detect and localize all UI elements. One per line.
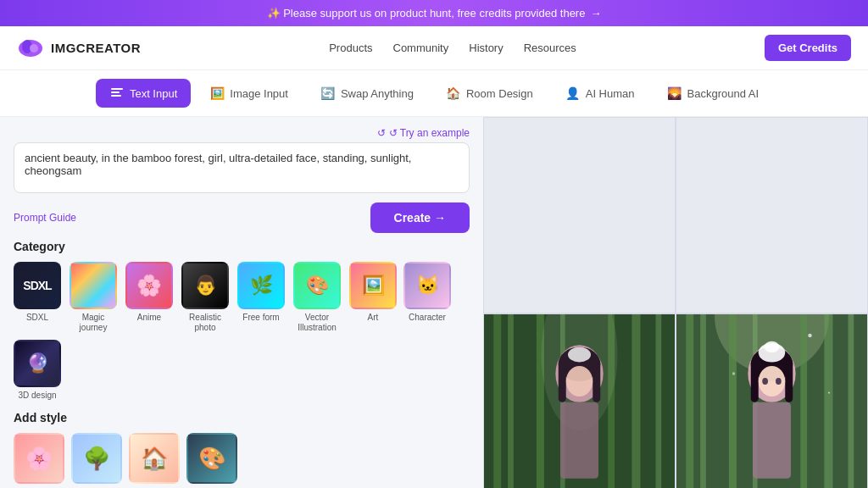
category-sdxl-thumb: SDXL xyxy=(14,262,61,309)
output-top-left xyxy=(483,117,676,313)
svg-rect-29 xyxy=(824,314,832,488)
svg-point-43 xyxy=(828,391,830,393)
svg-rect-24 xyxy=(686,314,693,488)
category-free-form[interactable]: 🌿 Free form xyxy=(237,262,285,333)
svg-rect-28 xyxy=(800,314,807,488)
try-example-link[interactable]: ↺ ↺ Try an example xyxy=(14,127,470,139)
category-free-label: Free form xyxy=(242,313,279,323)
svg-rect-18 xyxy=(559,359,566,402)
tab-room-design[interactable]: 🏠 Room Design xyxy=(432,79,547,108)
banner-text: ✨ Please support us on product hunt, fre… xyxy=(267,7,586,19)
category-3d-thumb: 🔮 xyxy=(14,340,61,387)
svg-point-21 xyxy=(568,347,591,363)
top-banner[interactable]: ✨ Please support us on product hunt, fre… xyxy=(0,0,868,26)
main-layout: ↺ ↺ Try an example Prompt Guide Create →… xyxy=(0,117,868,488)
category-realistic-thumb: 👨 xyxy=(181,262,229,309)
prompt-guide-link[interactable]: Prompt Guide xyxy=(14,212,76,224)
add-style-section: Add style 🌸 Anime 🌳 Photo 🏠 xyxy=(14,411,470,488)
category-realistic[interactable]: 👨 Realistic photo xyxy=(180,262,231,333)
category-3d-label: 3D design xyxy=(18,391,56,401)
tab-ai-human-label: AI Human xyxy=(586,87,635,100)
add-style-title: Add style xyxy=(14,411,470,424)
category-character-label: Character xyxy=(409,313,446,323)
right-panel: before xyxy=(483,117,868,488)
svg-point-39 xyxy=(762,378,768,385)
tab-background-ai[interactable]: 🌄 Background AI xyxy=(654,79,773,108)
logo-text: IMGCREATOR xyxy=(51,41,141,55)
category-magic-journey[interactable]: Magic journey xyxy=(68,262,119,333)
category-art-label: Art xyxy=(368,313,379,323)
svg-rect-19 xyxy=(593,359,600,402)
svg-rect-12 xyxy=(632,314,640,488)
category-free-thumb: 🌿 xyxy=(237,262,285,309)
text-input-icon xyxy=(109,86,125,101)
nav-resources[interactable]: Resources xyxy=(524,42,576,54)
nav-community[interactable]: Community xyxy=(393,42,449,54)
svg-rect-34 xyxy=(751,359,759,402)
left-panel: ↺ ↺ Try an example Prompt Guide Create →… xyxy=(0,117,483,488)
image-input-icon: 🖼️ xyxy=(209,86,225,101)
tab-background-label: Background AI xyxy=(687,87,760,100)
category-anime-thumb: 🌸 xyxy=(125,262,173,309)
style-grid: 🌸 Anime 🌳 Photo 🏠 3D design xyxy=(14,433,470,488)
svg-rect-30 xyxy=(849,314,854,488)
tab-swap-label: Swap Anything xyxy=(341,87,414,100)
room-icon: 🏠 xyxy=(446,86,461,101)
svg-point-40 xyxy=(776,378,782,385)
category-sdxl[interactable]: SDXL SDXL xyxy=(14,262,61,333)
category-realistic-label: Realistic photo xyxy=(180,313,231,333)
get-credits-button[interactable]: Get Credits xyxy=(765,35,851,61)
svg-rect-4 xyxy=(111,92,120,93)
header: IMGCREATOR Products Community History Re… xyxy=(0,26,868,70)
category-magic-label: Magic journey xyxy=(68,313,119,333)
svg-point-20 xyxy=(566,366,593,396)
main-nav: Products Community History Resources xyxy=(329,42,576,54)
output-top-right xyxy=(676,117,868,313)
category-vector-thumb: 🎨 xyxy=(293,262,341,309)
tab-text-input[interactable]: Text Input xyxy=(96,79,191,108)
category-anime-label: Anime xyxy=(137,313,161,323)
style-anime-thumb: 🌸 xyxy=(14,433,64,484)
style-art[interactable]: 🎨 Art xyxy=(186,433,237,488)
tab-room-label: Room Design xyxy=(466,87,533,100)
tab-image-input[interactable]: 🖼️ Image Input xyxy=(196,79,302,108)
svg-point-2 xyxy=(30,44,38,53)
category-magic-thumb xyxy=(70,262,117,309)
category-character[interactable]: 🐱 Character xyxy=(403,262,451,333)
svg-rect-7 xyxy=(493,314,501,488)
svg-rect-35 xyxy=(785,359,793,402)
style-art-thumb: 🎨 xyxy=(186,433,237,484)
banner-arrow: → xyxy=(590,7,601,19)
category-sdxl-label: SDXL xyxy=(26,313,48,323)
tab-image-input-label: Image Input xyxy=(230,87,288,100)
category-section: Category SDXL SDXL Magic journey 🌸 xyxy=(14,240,470,401)
svg-rect-32 xyxy=(753,402,791,479)
create-button[interactable]: Create → xyxy=(370,202,470,233)
svg-rect-26 xyxy=(729,314,737,488)
style-3d-thumb: 🏠 xyxy=(129,433,180,484)
prompt-footer: Prompt Guide Create → xyxy=(14,202,470,233)
nav-products[interactable]: Products xyxy=(329,42,372,54)
style-photo[interactable]: 🌳 Photo xyxy=(71,433,122,488)
style-3d[interactable]: 🏠 3D design xyxy=(129,433,180,488)
output-bottom-left: before xyxy=(483,313,676,488)
svg-point-41 xyxy=(808,334,812,338)
svg-rect-25 xyxy=(700,314,706,488)
category-art[interactable]: 🖼️ Art xyxy=(349,262,397,333)
prompt-textarea[interactable] xyxy=(14,142,470,193)
try-example-text: ↺ Try an example xyxy=(389,127,470,139)
nav-history[interactable]: History xyxy=(469,42,503,54)
tab-swap-anything[interactable]: 🔄 Swap Anything xyxy=(307,79,427,108)
svg-point-42 xyxy=(732,372,735,374)
tab-bar: Text Input 🖼️ Image Input 🔄 Swap Anythin… xyxy=(0,70,868,117)
category-3d[interactable]: 🔮 3D design xyxy=(14,340,61,401)
svg-rect-5 xyxy=(111,95,121,97)
category-vector[interactable]: 🎨 Vector Illustration xyxy=(292,262,342,333)
tab-ai-human[interactable]: 👤 AI Human xyxy=(552,79,648,108)
style-anime[interactable]: 🌸 Anime xyxy=(14,433,64,488)
svg-rect-3 xyxy=(111,88,123,90)
category-anime[interactable]: 🌸 Anime xyxy=(125,262,173,333)
ai-human-icon: 👤 xyxy=(565,86,581,101)
svg-rect-8 xyxy=(508,314,514,488)
logo-icon xyxy=(17,35,44,62)
